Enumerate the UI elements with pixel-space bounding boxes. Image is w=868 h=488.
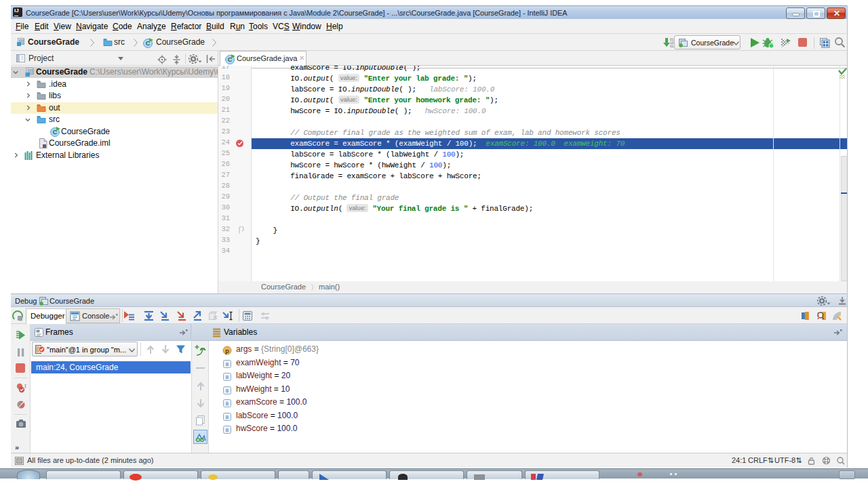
svg-text:8: 8 (226, 401, 229, 407)
svg-text:8: 8 (226, 414, 229, 420)
svg-text:01: 01 (670, 45, 674, 48)
svg-text:8: 8 (226, 374, 229, 380)
svg-text:8: 8 (226, 427, 229, 433)
svg-text:8: 8 (226, 388, 229, 394)
svg-text:p: p (225, 347, 229, 354)
svg-text:8: 8 (226, 361, 229, 367)
